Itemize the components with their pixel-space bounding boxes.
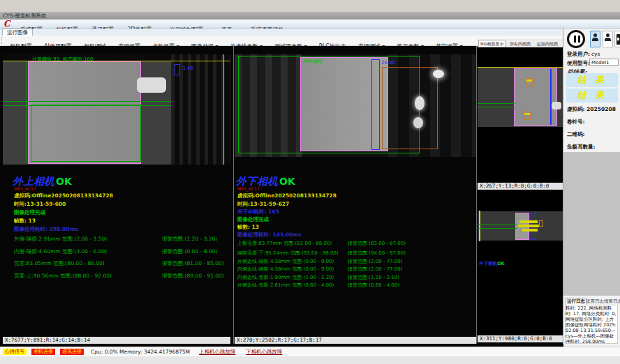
- qr-code-label: 二维码:: [567, 131, 585, 138]
- measurement-value: 上极宽度:83.77mm 范围:(82.00 - 88.00): [237, 240, 332, 247]
- left-mes-code: MES_BC17: [14, 186, 36, 191]
- pause-icon: [578, 36, 580, 43]
- measure-blue-label: 26.80: [381, 60, 395, 66]
- overlay-blue-vline: [550, 69, 552, 125]
- tab-ng-display[interactable]: NG画面显示: [478, 40, 505, 47]
- overlay-orange-rect: [539, 220, 543, 227]
- left-time: 时间:13-31-59-600: [14, 201, 66, 208]
- middle-result-block: 外下相机OK MES_BC17 虚拟码:Offline2025020813313…: [236, 174, 473, 335]
- tab-run-log[interactable]: 运行日志: [566, 298, 586, 305]
- bright-spot-3: [413, 117, 423, 128]
- window-titlebar[interactable]: CYS-视觉检测系统: [0, 12, 620, 20]
- toolbar-grip: [1, 37, 3, 44]
- user-icon: [593, 33, 597, 37]
- lower-camera-fault-text: 下相机心跳故障: [246, 349, 283, 356]
- yellow-label-mark-2: [518, 225, 539, 227]
- control-panel-spacer: [563, 152, 620, 296]
- overlay-orange-rect: [382, 67, 438, 149]
- middle-ai-elapsed: 外下AI耗时: 165: [237, 208, 279, 215]
- virtual-code-label: 虚拟码: 20250208: [567, 106, 616, 113]
- threshold-overlay-label: 计算阈值:93, 动态阈值:100: [32, 56, 93, 63]
- left-barcode: 虚拟码:Offline20250208133134728: [14, 192, 113, 199]
- left-elapsed-time: 图像处理耗时: 298.00ms: [14, 226, 78, 233]
- result-box-bottom: 结 果: [566, 89, 618, 103]
- middle-coordinate-bar: X:270;Y:2502;R:17;G:17;B:17: [235, 337, 476, 344]
- alarm-range: 报警范围:(2.20 - 3.20): [162, 236, 217, 243]
- panel-divider: [476, 46, 477, 344]
- measurement-value: 外侧边线-隔膜:4.38mm 范围:(0.00 - 9.00): [237, 258, 334, 265]
- right-bottom-camera-title: 外下相机: [479, 261, 497, 266]
- overlay-green-hline-2: [478, 107, 515, 107]
- ai-detect-box-label: AI检测框: [303, 58, 323, 65]
- middle-camera-viewport[interactable]: AI检测框 26.80: [235, 54, 476, 157]
- alarm-range: 报警范围:(89.00 - 91.00): [162, 273, 224, 280]
- cpu-memory-status: Cpu: 0.0% Memory: 3424.41796875M: [91, 349, 190, 355]
- tab-run-image[interactable]: 运行图像: [2, 29, 33, 36]
- overlay-green-vline: [26, 61, 27, 164]
- application-window: CYS-视觉检测系统 C 系统配置 相机配置 通讯配置 3D手配置 ▾ 光源控制…: [0, 0, 620, 364]
- log-text-area[interactable]: 耗时: 222, 网络检测耗时: 17, 网络分类耗时: 0, 网络提取分区耗时…: [565, 305, 618, 344]
- tab-all-innerline[interactable]: 所有内线图: [508, 40, 532, 47]
- left-result-block: 外上相机OK MES_BC17 虚拟码:Offline2025020813313…: [13, 174, 229, 335]
- overlay-green-hline-1: [478, 225, 517, 225]
- login-user-label: 登录用户:: [567, 51, 590, 58]
- middle-elapsed-time: 图像处理耗时: 143.00ms: [237, 232, 302, 238]
- alarm-range: 报警范围:(94.00 - 97.00): [348, 250, 406, 257]
- middle-time: 时间:13-31-59-627: [237, 201, 289, 208]
- login-user-button[interactable]: [590, 31, 600, 47]
- middle-camera-ok-badge: OK: [279, 176, 295, 187]
- overlay-green-rect: [31, 105, 141, 162]
- right-bottom-result-text: 外下相机OK: [479, 261, 505, 267]
- alarm-range: 报警范围:(0.60 - 4.00): [348, 282, 399, 289]
- middle-frame-count: 帧数: 13: [237, 224, 259, 231]
- model-label: 使用型号:: [567, 60, 590, 67]
- measurement-value: 内侧-隔膜:4.60mm 范围:(3.00 - 6.00): [14, 248, 107, 255]
- measurement-value: 宽度-上:90.56mm 范围:(88.00 - 92.00): [14, 273, 112, 280]
- right-bottom-camera-viewport[interactable]: 外下相机OK: [478, 191, 563, 335]
- left-coordinate-bar: X:7677;Y:891;R:14;G:14;B:14: [3, 337, 230, 344]
- pin-number-label: 卷针号:: [567, 119, 585, 126]
- overlay-yellow-vline: [223, 54, 224, 165]
- yellow-label-mark-1: [519, 220, 538, 223]
- middle-process-status: 图像处理完成: [237, 216, 269, 223]
- measurement-value: 内侧边线-隔膜:4.38mm 范围:(0.00 - 9.00): [237, 266, 334, 273]
- right-bottom-ok-badge: OK: [497, 261, 505, 266]
- camera-link-status-badge: 相机连接: [31, 349, 55, 355]
- pause-icon: [574, 36, 576, 43]
- middle-mes-code: MES_BC17: [237, 186, 260, 191]
- measure-blue-rect: [371, 59, 380, 150]
- gripper-blob: [137, 77, 166, 93]
- tab-settings-log[interactable]: 设置日志: [585, 298, 605, 305]
- ng-view-tab-row: NG画面显示 所有内线图 起始内线图: [478, 39, 563, 47]
- heartbeat-status-badge: 心跳信号: [3, 349, 27, 355]
- alarm-range: 报警范围:(83.00 - 87.00): [348, 240, 406, 247]
- operator-user-button[interactable]: [603, 31, 613, 47]
- page-tab-row: 运行图像: [0, 29, 563, 36]
- overlay-green-hline-2: [478, 228, 517, 229]
- overlay-green-hline-1: [478, 103, 515, 104]
- measurement-value: 外侧边线-负极:2.61mm 范围:(0.60 - 4.00): [237, 282, 334, 289]
- status-bar: 心跳信号 相机连接 通讯连接 Cpu: 0.0% Memory: 3424.41…: [0, 347, 620, 356]
- alarm-range: 报警范围:(81.00 - 85.00): [162, 260, 224, 267]
- right-top-camera-viewport[interactable]: [478, 47, 563, 183]
- tab-start-innerline[interactable]: 起始内线图: [536, 40, 559, 47]
- left-process-status: 图像处理完成: [14, 209, 45, 216]
- alarm-range: 报警范围:(2.00 - 77.00): [348, 266, 402, 273]
- yellow-label-mark-3: [522, 229, 538, 232]
- alarm-range: 报警范围:(2.00 - 77.00): [348, 258, 402, 265]
- app-logo-icon: C: [3, 19, 10, 29]
- tab-alarm-log[interactable]: 报警日志: [603, 298, 620, 305]
- alarm-range: 报警范围:(1.10 - 2.10): [348, 274, 399, 281]
- comm-link-status-badge: 通讯连接: [60, 349, 84, 355]
- pause-button[interactable]: [567, 30, 585, 48]
- alarm-range: 报警范围:(0.00 - 8.00): [162, 248, 217, 255]
- right-bottom-coordinate-bar: X:311;Y:980;R:0;G:0;B:0: [478, 335, 563, 342]
- yellow-label-mark-2: [524, 113, 530, 115]
- measure-blue-rect: [175, 64, 180, 75]
- exit-button[interactable]: [614, 31, 620, 47]
- panel-divider: [233, 46, 234, 344]
- left-camera-viewport[interactable]: 计算阈值:93, 动态阈值:100 3.46: [3, 54, 230, 165]
- desktop-strip: [0, 0, 620, 12]
- overlay-yellow-vline: [479, 211, 480, 241]
- model-select[interactable]: Model1: [589, 59, 619, 66]
